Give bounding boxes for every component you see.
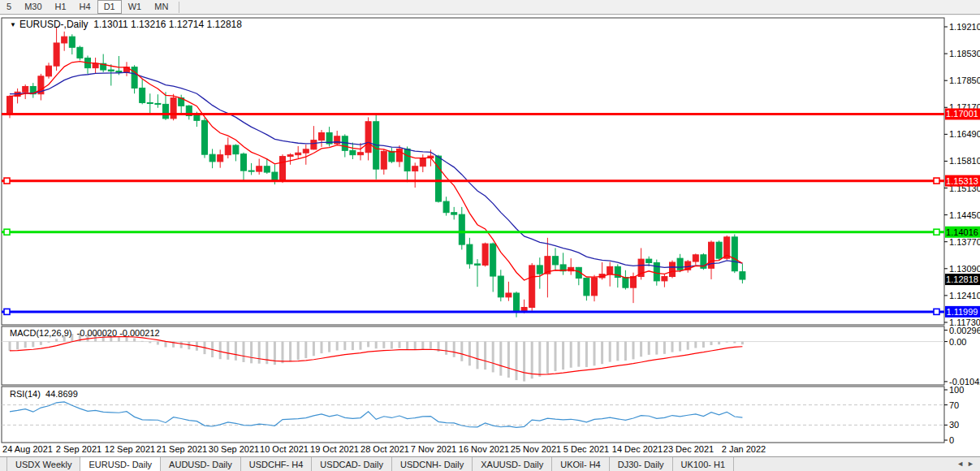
candle [163, 104, 169, 119]
date-axis-label: 30 Sep 2021 [209, 444, 259, 454]
macd-histogram-bar [9, 342, 11, 351]
macd-histogram-bar [648, 342, 650, 355]
candle [482, 244, 488, 265]
rsi-axis-label: 100 [949, 385, 964, 395]
candle [140, 88, 145, 102]
dropdown-triangle-icon[interactable]: ▼ [10, 21, 16, 28]
candle [93, 63, 98, 67]
level-handle-left[interactable] [4, 309, 10, 314]
symbol-tab-usdcad-daily[interactable]: USDCAD- Daily [312, 457, 392, 471]
candle [54, 43, 59, 66]
date-axis-label: 5 Dec 2021 [563, 444, 609, 454]
macd-histogram-bar [227, 342, 229, 360]
candle [287, 155, 293, 157]
price-badge-label: 1.15313 [946, 176, 978, 186]
candle [209, 154, 215, 162]
tabbar-scroll-arrows-icon[interactable]: ◄► [956, 460, 978, 468]
date-axis-label: 19 Oct 2021 [310, 444, 359, 454]
macd-histogram-bar [477, 342, 479, 369]
macd-values: -0.000020 -0.000212 [77, 328, 160, 338]
macd-histogram-bar [663, 342, 666, 354]
macd-histogram-bar [266, 342, 268, 365]
candle [631, 277, 637, 288]
macd-histogram-bar [149, 342, 151, 344]
candle [592, 278, 598, 296]
macd-histogram-bar [585, 342, 588, 367]
macd-histogram-bar [258, 342, 261, 364]
candle [335, 136, 340, 144]
rsi-panel[interactable] [2, 387, 944, 443]
price-axis-label: 1.13090 [949, 264, 980, 274]
macd-histogram-bar [499, 342, 502, 376]
price-axis-label: 1.12410 [949, 291, 980, 300]
rsi-indicator-label: RSI(14) 44.8699 [10, 389, 78, 399]
candle [116, 71, 122, 71]
macd-histogram-bar [235, 342, 237, 361]
macd-histogram-bar [367, 342, 369, 348]
symbol-tab-uk100-h1[interactable]: UK100- H1 [673, 457, 734, 471]
macd-histogram-bar [523, 342, 525, 382]
chart-title: ▼EURUSD-,Daily 1.13011 1.13216 1.12714 1… [10, 19, 242, 30]
macd-histogram-bar [430, 342, 432, 349]
symbol-tab-ukoil-h4[interactable]: UKOil- H4 [552, 457, 610, 471]
level-handle-left[interactable] [4, 229, 10, 235]
chart-title-ohlc: 1.13011 1.13216 1.12714 1.12818 [93, 19, 242, 30]
level-handle-right[interactable] [934, 309, 939, 314]
date-axis-label: 28 Oct 2021 [360, 444, 409, 454]
macd-histogram-bar [24, 342, 27, 348]
candle [607, 266, 613, 274]
candle [147, 102, 153, 103]
candle [69, 37, 75, 47]
level-handle-right[interactable] [934, 229, 939, 235]
level-handle-right[interactable] [934, 178, 939, 184]
symbol-tab-usdx-weekly[interactable]: USDX Weekly [6, 457, 80, 471]
level-handle-left[interactable] [4, 178, 10, 184]
macd-histogram-bar [468, 342, 471, 366]
macd-histogram-bar [594, 342, 596, 366]
chart-canvas[interactable]: 1.192101.185301.178501.171701.164901.158… [0, 0, 980, 471]
date-axis-label: 2 Sep 2021 [56, 444, 101, 454]
macd-histogram-bar [243, 342, 245, 362]
symbol-tab-xauusd-daily[interactable]: XAUUSD- Daily [473, 457, 552, 471]
macd-indicator-label: MACD(12,26,9) -0.000020 -0.000212 [10, 328, 160, 338]
candle [171, 98, 176, 119]
macd-histogram-bar [40, 342, 42, 345]
symbol-tab-audusd-daily[interactable]: AUDUSD- Daily [161, 457, 241, 471]
candle [740, 272, 745, 279]
macd-histogram-bar [507, 342, 510, 378]
symbol-tab-dj30-daily[interactable]: DJ30- Daily [610, 457, 673, 471]
candle [404, 149, 410, 171]
macd-histogram-bar [328, 342, 330, 352]
candle [716, 242, 722, 258]
candle [218, 155, 223, 162]
macd-histogram-bar [360, 342, 362, 350]
macd-histogram-bar [250, 342, 253, 364]
candle [662, 277, 667, 281]
price-axis-label: 1.13770 [949, 237, 980, 247]
candle [584, 278, 589, 295]
symbol-tab-eurusd-daily[interactable]: EURUSD- Daily [80, 457, 161, 471]
macd-histogram-bar [399, 342, 401, 348]
candle [443, 201, 449, 213]
macd-histogram-bar [562, 342, 564, 369]
symbol-tab-usdcnh-daily[interactable]: USDCNH- Daily [392, 457, 473, 471]
price-axis-label: 1.19210 [949, 22, 980, 32]
macd-histogram-bar [570, 342, 572, 368]
candle [537, 266, 542, 274]
macd-histogram-bar [616, 342, 619, 361]
candle [670, 262, 676, 277]
candle [436, 156, 442, 201]
symbol-tab-usdchf-h4[interactable]: USDCHF- H4 [241, 457, 313, 471]
macd-histogram-bar [375, 342, 378, 349]
macd-histogram-bar [741, 342, 744, 345]
candle [257, 166, 262, 171]
date-axis-label: 7 Nov 2021 [411, 444, 456, 454]
date-axis-label: 25 Nov 2021 [511, 444, 561, 454]
candle [506, 293, 512, 297]
macd-histogram-bar [352, 342, 354, 350]
macd-histogram-bar [702, 342, 705, 348]
price-panel[interactable] [2, 18, 944, 325]
macd-histogram-bar [718, 342, 720, 345]
candle [23, 86, 28, 92]
macd-histogram-bar [157, 342, 159, 345]
